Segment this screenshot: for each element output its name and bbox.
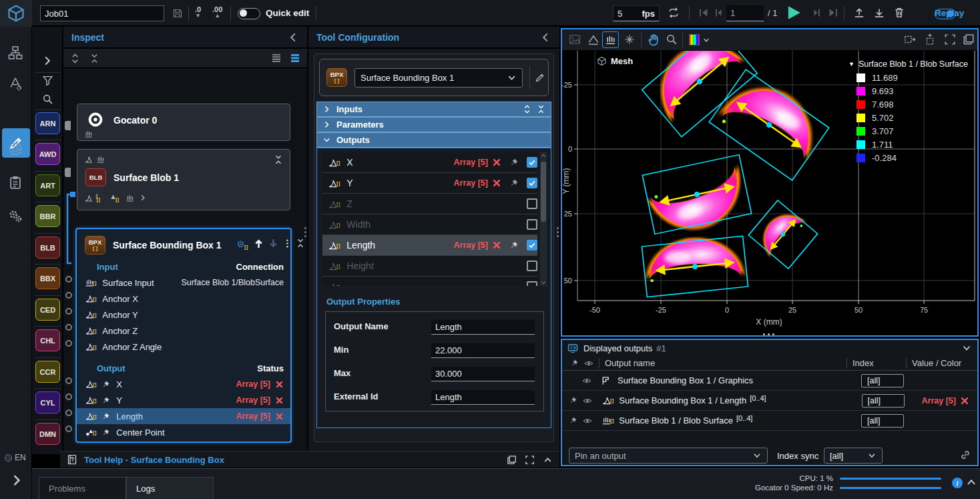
search-icon[interactable] bbox=[42, 94, 53, 105]
collapse-panel-icon[interactable] bbox=[287, 31, 299, 43]
section-inputs[interactable]: Inputs bbox=[316, 102, 551, 117]
output-checkbox-checked[interactable] bbox=[527, 178, 537, 188]
upload-icon[interactable] bbox=[853, 7, 865, 19]
decimal-decrease-button[interactable]: .0▾ bbox=[195, 7, 201, 19]
output-checkbox-checked[interactable] bbox=[527, 240, 537, 251]
tool-badge-awd[interactable]: AWD bbox=[35, 143, 60, 165]
output-port[interactable] bbox=[65, 393, 72, 400]
output-toggle-row-partial[interactable]: [] bbox=[322, 277, 537, 286]
output-row-x[interactable]: [] X Array [5] bbox=[77, 376, 290, 392]
move-up-icon[interactable] bbox=[253, 238, 264, 249]
move-down-icon[interactable] bbox=[268, 238, 279, 249]
output-toggle-row-height[interactable]: [] Height bbox=[322, 256, 537, 277]
info-icon[interactable]: i bbox=[952, 478, 963, 488]
skip-to-start-icon[interactable] bbox=[698, 7, 709, 18]
input-port[interactable] bbox=[65, 276, 72, 283]
tool-badge-bbx[interactable]: BBX bbox=[35, 267, 60, 289]
expand-all-icon[interactable] bbox=[70, 53, 80, 63]
step-back-icon[interactable] bbox=[713, 7, 724, 18]
output-toggle-row-x[interactable]: [] X Array [5] bbox=[322, 152, 537, 173]
loop-icon[interactable] bbox=[668, 7, 680, 19]
collapse-panel-icon[interactable] bbox=[539, 31, 551, 43]
external-id-input[interactable] bbox=[431, 390, 535, 405]
index-selector[interactable]: [all] bbox=[862, 394, 905, 407]
output-row-center-point[interactable]: [] Center Point bbox=[77, 424, 290, 440]
expand-up-icon[interactable] bbox=[965, 476, 977, 488]
output-checkbox-checked[interactable] bbox=[527, 157, 537, 168]
output-checkbox-unchecked[interactable] bbox=[527, 281, 537, 286]
displayed-output-row-graphics[interactable]: Surface Bounding Box 1 / Graphics [all] bbox=[562, 371, 977, 391]
trash-icon[interactable] bbox=[893, 7, 905, 19]
section-outputs[interactable]: Outputs bbox=[316, 132, 551, 148]
tab-problems[interactable]: Problems bbox=[39, 477, 126, 499]
quick-edit-toggle[interactable] bbox=[238, 8, 260, 19]
fps-field[interactable]: 5 fps bbox=[613, 5, 660, 21]
output-port[interactable] bbox=[65, 409, 72, 416]
section-parameters[interactable]: Parameters bbox=[316, 117, 551, 132]
tool-badge-chl[interactable]: CHL bbox=[35, 329, 60, 351]
tool-badge-dmn[interactable]: DMN bbox=[35, 423, 60, 445]
output-checkbox-unchecked[interactable] bbox=[527, 219, 537, 230]
profile-view-icon[interactable] bbox=[587, 33, 599, 45]
kebab-menu-icon[interactable] bbox=[282, 238, 292, 248]
horizontal-splitter[interactable] bbox=[763, 333, 774, 335]
tool-badge-arn[interactable]: ARN bbox=[35, 112, 60, 134]
output-port[interactable] bbox=[65, 377, 72, 384]
play-icon[interactable] bbox=[785, 4, 802, 21]
output-row-length-selected[interactable]: [] Length Array [5] bbox=[77, 408, 290, 424]
displayed-output-row-blob-surface[interactable]: [] Surface Blob 1 / Blob Surface [0..4] … bbox=[562, 411, 977, 431]
eye-icon[interactable] bbox=[583, 416, 592, 426]
pin-an-output-dropdown[interactable]: Pin an output bbox=[569, 448, 768, 464]
eye-icon[interactable] bbox=[582, 376, 591, 385]
max-input[interactable] bbox=[431, 367, 535, 381]
collapse-all-icon[interactable] bbox=[537, 105, 545, 114]
download-icon[interactable] bbox=[873, 7, 885, 19]
output-port[interactable] bbox=[65, 426, 72, 432]
pin-icon[interactable] bbox=[101, 412, 110, 421]
zoom-search-icon[interactable] bbox=[666, 33, 678, 45]
output-toggle-row-length-selected[interactable]: [] Length Array [5] bbox=[322, 235, 537, 256]
collapse-all-icon[interactable] bbox=[89, 53, 99, 63]
filter-icon[interactable] bbox=[42, 75, 53, 86]
link-icon[interactable] bbox=[960, 450, 971, 460]
output-checkbox-unchecked[interactable] bbox=[527, 198, 537, 209]
output-name-input[interactable] bbox=[431, 320, 535, 335]
surface-blob-card[interactable]: BLB Surface Blob 1 ℓ[] ▲[] bbox=[77, 149, 290, 210]
input-row-anchor-z[interactable]: [] Anchor Z bbox=[77, 323, 290, 339]
input-port[interactable] bbox=[65, 292, 72, 299]
scroll-up-icon[interactable] bbox=[540, 152, 547, 159]
collapse-card-icon[interactable] bbox=[274, 155, 283, 164]
expand-all-icon[interactable] bbox=[523, 105, 531, 114]
panel-splitter[interactable] bbox=[557, 227, 559, 237]
index-selector[interactable]: [all] bbox=[861, 414, 904, 428]
tab-logs-active[interactable]: Logs bbox=[126, 477, 214, 499]
app-logo[interactable] bbox=[0, 0, 32, 27]
scrollbar-thumb[interactable] bbox=[541, 162, 546, 222]
eye-icon[interactable] bbox=[583, 396, 592, 405]
index-selector[interactable]: [all] bbox=[861, 374, 904, 387]
pin-icon[interactable] bbox=[101, 396, 110, 405]
tool-badge-art[interactable]: ART bbox=[35, 174, 60, 196]
frame-field[interactable]: 1 bbox=[726, 5, 764, 21]
save-icon[interactable] bbox=[172, 8, 183, 19]
expand-up-icon[interactable] bbox=[543, 455, 553, 465]
layers-icon[interactable] bbox=[963, 33, 975, 45]
tool-badge-bbr[interactable]: BBR bbox=[35, 205, 60, 227]
panel-splitter[interactable] bbox=[304, 227, 307, 237]
input-row-anchor-x[interactable]: [] Anchor X bbox=[77, 291, 290, 307]
tool-badge-cyl[interactable]: CYL bbox=[35, 391, 60, 413]
output-checkbox-unchecked[interactable] bbox=[527, 261, 537, 271]
more-outputs-icon[interactable] bbox=[139, 194, 147, 202]
palette-expand-icon[interactable] bbox=[41, 55, 53, 67]
surface-bounding-box-card[interactable]: BPX [ ] Surface Bounding Box 1 [] Input … bbox=[75, 228, 292, 443]
outputs-scrollbar[interactable] bbox=[540, 152, 547, 286]
feature-view-icon[interactable] bbox=[624, 33, 636, 45]
colormap-dropdown[interactable] bbox=[689, 34, 710, 45]
input-port[interactable] bbox=[65, 308, 72, 315]
input-row-anchor-z-angle[interactable]: [] Anchor Z Angle bbox=[77, 339, 290, 355]
edit-pencil-icon[interactable] bbox=[535, 72, 545, 83]
fullscreen-icon[interactable] bbox=[944, 33, 956, 45]
output-row-y[interactable]: [] Y Array [5] bbox=[77, 392, 290, 408]
pin-icon[interactable] bbox=[569, 396, 577, 405]
input-port[interactable] bbox=[65, 324, 72, 331]
